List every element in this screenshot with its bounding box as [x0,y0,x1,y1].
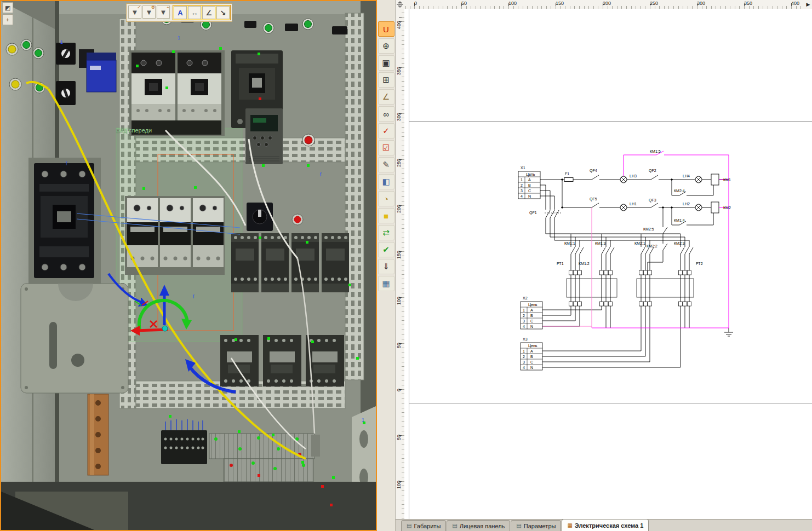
terminal-text: 4 [521,194,523,198]
terminal-text: 4 [523,325,525,328]
component-label: LH2 [683,202,690,206]
component-label: КМ2:4 [674,189,685,193]
preview-icon[interactable]: ▦ [378,276,394,291]
lower-contactors[interactable] [220,335,344,386]
ruler-origin-icon[interactable] [396,0,405,9]
ruler-label: 400 [791,1,799,6]
filter-add-icon[interactable]: ▼+ [157,5,170,19]
ruler-label: 150 [556,1,564,6]
terminal-text: A [530,308,533,312]
dimension-tool-icon[interactable]: ↔ [188,6,201,19]
cube-view-icon[interactable]: ◧ [378,174,394,189]
drawing-canvas[interactable]: Цепь1A2B3C4NЦепь1A2B3C4NЦепь1A2B3C4N X1F… [404,9,812,519]
view-orientation-icon[interactable]: ◩ [2,2,13,13]
component-label: QF1 [529,211,537,215]
sheet-tab-icon: ▤ [452,523,457,529]
sheet-tab-label: Параметры [524,523,556,529]
filter-check-icon[interactable]: ▼✓ [128,5,141,19]
sheet-tab[interactable]: ▤Лицевая панель [447,520,510,531]
ruler-horizontal[interactable]: 050100150200250300350400 [404,0,804,9]
sheet-tab[interactable]: ▦Электрическая схема 1 [562,519,649,531]
component-label: LH1 [630,202,637,206]
zoom-window-icon[interactable]: ▣ [378,55,394,71]
filter-settings-icon[interactable]: ▼⚙ [142,5,156,19]
mid-starters[interactable] [125,196,225,275]
terminal-text: 3 [523,319,525,323]
terminal-text: 2 [523,355,525,359]
terminal-text: Цепь [526,172,535,177]
magnet-snap-icon[interactable]: U [378,21,394,37]
view-glasses-icon[interactable]: ∞ [378,106,394,122]
text-tool-icon[interactable]: A [174,6,187,19]
viewport-corner-tools: ◩+ [2,2,13,25]
ruler-label: 200 [396,205,402,213]
component-label: QF3 [649,198,656,203]
component-label: КМ2 [723,206,731,210]
ruler-label: 350 [744,1,752,6]
component-label: КМ2:5 [643,227,654,231]
leader-tool-icon[interactable]: ↘ [216,6,230,19]
electrical-schematic[interactable]: Цепь1A2B3C4NЦепь1A2B3C4NЦепь1A2B3C4N X1F… [510,147,753,377]
terminal-text: B [530,355,533,359]
ruler-label: 200 [603,1,611,6]
terminal-text: C [528,189,531,193]
check-mark-icon[interactable]: ✓ [378,123,394,138]
zoom-fit-icon[interactable]: ⊞ [378,72,394,88]
red-button[interactable] [302,134,314,146]
view-orientation-label: Вид спереди [116,127,152,134]
component-label: КМ2:3 [674,241,685,245]
sheet-tab-icon: ▦ [567,522,572,528]
zoom-in-icon[interactable]: ⊕ [378,38,394,54]
cam-switch[interactable] [247,203,273,231]
sheet-tab[interactable]: ▤Параметры [511,520,561,531]
rebuild-icon[interactable]: ⇄ [378,225,394,240]
ruler-vertical[interactable]: 40035030025020015010050050100 [396,9,405,519]
terminal-text: N [528,194,531,198]
component-label: КМ2:2 [647,244,657,248]
check-document-icon[interactable]: ☑ [378,140,394,155]
terminal-text: 2 [521,183,523,187]
edit-pencil-icon[interactable]: ✎ [378,157,394,172]
cover-plate[interactable] [21,284,128,393]
angle-tool-icon[interactable]: ∠ [202,6,215,19]
sheet-border-left [409,9,409,519]
3d-viewport[interactable]: 11ff1f ◩+ ▼✓▼⚙▼+A↔∠↘ Вид спереди [0,0,377,531]
terminal-text: C [530,360,533,364]
component-label: КМ2:1 [634,241,645,245]
component-label: QF4 [590,169,597,173]
ruler-label: 300 [396,113,402,121]
copper-busbar[interactable] [88,394,108,475]
ruler-scroll-arrow[interactable]: ▶ [804,0,812,9]
terminal-text: N [530,325,533,328]
terminal-text: 1 [521,178,523,182]
sheet-tab[interactable]: ▤Габариты [401,520,446,531]
main-breaker[interactable] [28,158,101,286]
coordinate-axes-icon[interactable]: + [2,14,13,25]
sphere-section-icon[interactable]: ◔ [378,191,394,206]
relay-terminal-pads [569,270,691,306]
component-label: QF2 [649,169,656,173]
sheet-tabs: ▤Габариты▤Лицевая панель▤Параметры▦Элект… [396,519,812,531]
component-label: LH3 [630,174,637,178]
svg-text:1: 1 [362,417,364,423]
export-icon[interactable]: ⇓ [378,259,394,274]
blue-relay[interactable] [87,53,116,92]
ruler-label: 250 [396,159,402,167]
red-indicator[interactable] [292,214,303,225]
component-label: КМ1:3 [595,241,606,245]
measure-angle-icon[interactable]: ∠ [378,89,394,105]
terminal-tables: Цепь1A2B3C4NЦепь1A2B3C4NЦепь1A2B3C4N [518,171,542,370]
terminal-text: A [530,349,533,353]
terminal-text: 1 [523,308,525,312]
motor-breakers[interactable] [129,50,225,136]
component-label: КМ1 [723,178,731,182]
svg-text:1: 1 [60,39,63,45]
terminal-text: 1 [523,349,525,353]
schematic-symbols [562,174,719,297]
ruler-label: 50 [396,343,402,348]
component-label: КМ1:1 [564,241,575,245]
approve-icon[interactable]: ✔ [378,242,394,257]
ruler-label: 100 [396,481,402,489]
terminal-text: 3 [523,360,525,364]
solid-body-icon[interactable]: ■ [378,208,394,223]
